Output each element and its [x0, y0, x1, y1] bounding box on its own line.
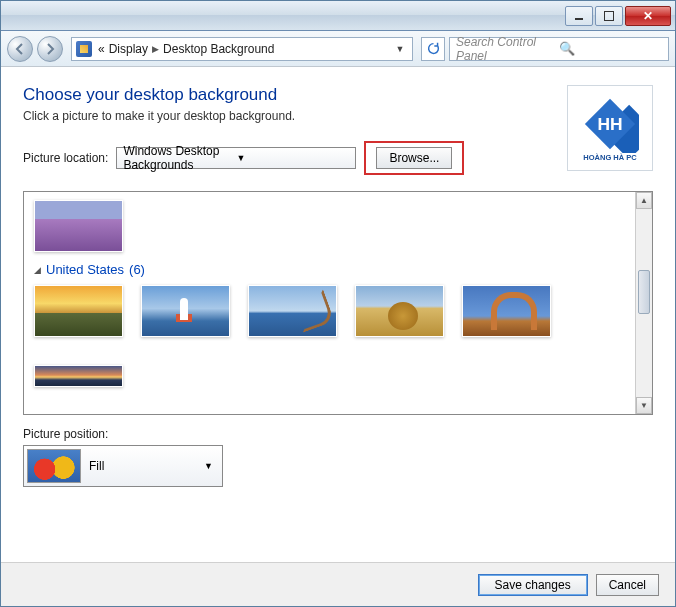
chevron-down-icon: ▼: [236, 153, 349, 163]
location-icon: [76, 41, 92, 57]
wallpaper-thumb[interactable]: [34, 285, 123, 337]
navbar: « Display ▶ Desktop Background ▼ Search …: [1, 31, 675, 67]
wallpaper-thumb[interactable]: [141, 285, 230, 337]
close-button[interactable]: [625, 6, 671, 26]
browse-highlight: Browse...: [364, 141, 464, 175]
forward-arrow-icon: [44, 43, 56, 55]
picture-location-value: Windows Desktop Backgrounds: [123, 144, 236, 172]
scrollbar-thumb[interactable]: [638, 270, 650, 314]
cancel-button[interactable]: Cancel: [596, 574, 659, 596]
svg-text:HH: HH: [597, 113, 622, 133]
window: « Display ▶ Desktop Background ▼ Search …: [0, 0, 676, 607]
wallpaper-thumb[interactable]: [355, 285, 444, 337]
page-subtitle: Click a picture to make it your desktop …: [23, 109, 549, 123]
page-title: Choose your desktop background: [23, 85, 549, 105]
collapse-icon: ◢: [34, 265, 41, 275]
address-bar[interactable]: « Display ▶ Desktop Background ▼: [71, 37, 413, 61]
picture-position-value: Fill: [89, 459, 104, 473]
picture-location-dropdown[interactable]: Windows Desktop Backgrounds ▼: [116, 147, 356, 169]
browse-button[interactable]: Browse...: [376, 147, 452, 169]
footer: Save changes Cancel: [1, 562, 675, 606]
back-button[interactable]: [7, 36, 33, 62]
breadcrumb: « Display ▶ Desktop Background: [98, 42, 386, 56]
category-header[interactable]: ◢ United States (6): [34, 262, 625, 277]
scrollbar[interactable]: ▲ ▼: [635, 192, 652, 414]
scroll-down-button[interactable]: ▼: [636, 397, 652, 414]
breadcrumb-desktop-background[interactable]: Desktop Background: [163, 42, 274, 56]
forward-button[interactable]: [37, 36, 63, 62]
scroll-up-button[interactable]: ▲: [636, 192, 652, 209]
minimize-button[interactable]: [565, 6, 593, 26]
refresh-icon: [427, 42, 440, 55]
picture-position-label: Picture position:: [23, 427, 653, 441]
wallpaper-thumb[interactable]: [34, 200, 123, 252]
category-count: (6): [129, 262, 145, 277]
titlebar: [1, 1, 675, 31]
search-placeholder: Search Control Panel: [456, 35, 559, 63]
chevron-right-icon: ▶: [152, 44, 159, 54]
brand-text: HOÀNG HÀ PC: [583, 153, 636, 162]
maximize-button[interactable]: [595, 6, 623, 26]
back-arrow-icon: [14, 43, 26, 55]
refresh-button[interactable]: [421, 37, 445, 61]
address-dropdown-icon[interactable]: ▼: [392, 44, 408, 54]
breadcrumb-display[interactable]: Display: [109, 42, 148, 56]
wallpaper-list: ◢ United States (6) ▲ ▼: [23, 191, 653, 415]
position-preview-icon: [27, 449, 81, 483]
brand-logo: HH HOÀNG HÀ PC: [567, 85, 653, 171]
search-icon: 🔍: [559, 41, 662, 56]
content-area: Choose your desktop background Click a p…: [1, 67, 675, 562]
logo-icon: HH: [581, 95, 639, 153]
picture-location-label: Picture location:: [23, 151, 108, 165]
save-changes-button[interactable]: Save changes: [478, 574, 588, 596]
breadcrumb-prefix: «: [98, 42, 105, 56]
wallpaper-thumb[interactable]: [462, 285, 551, 337]
search-input[interactable]: Search Control Panel 🔍: [449, 37, 669, 61]
wallpaper-thumb[interactable]: [248, 285, 337, 337]
chevron-down-icon: ▼: [204, 461, 213, 471]
picture-position-dropdown[interactable]: Fill ▼: [23, 445, 223, 487]
category-name: United States: [46, 262, 124, 277]
wallpaper-thumb[interactable]: [34, 365, 123, 387]
